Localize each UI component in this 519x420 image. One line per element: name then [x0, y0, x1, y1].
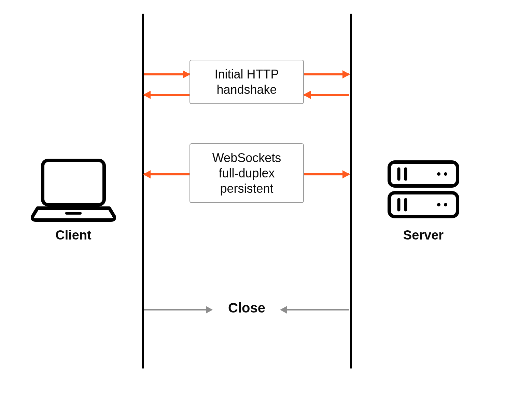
websocket-sequence-diagram: Client Server Initial HTTP handshake Web… [0, 0, 519, 420]
server-icon [386, 157, 461, 222]
svg-rect-0 [43, 160, 104, 205]
handshake-request-arrow-left [144, 73, 190, 75]
svg-point-6 [444, 172, 447, 176]
handshake-response-arrow-right [304, 94, 349, 96]
close-arrow-from-server [281, 309, 349, 310]
server-lifeline [350, 14, 352, 368]
persistent-line1: WebSockets [194, 150, 300, 165]
client-label: Client [22, 228, 125, 243]
persistent-box: WebSockets full-duplex persistent [190, 143, 304, 203]
laptop-icon [31, 157, 116, 222]
close-arrow-from-client [144, 309, 212, 310]
persistent-arrow-left [144, 173, 190, 175]
client-lifeline [142, 14, 144, 368]
close-label: Close [215, 300, 278, 316]
svg-point-11 [444, 203, 447, 206]
handshake-line2: handshake [194, 82, 300, 97]
persistent-arrow-right [304, 173, 349, 175]
handshake-line1: Initial HTTP [194, 67, 300, 82]
svg-point-5 [437, 172, 440, 176]
handshake-response-arrow-left [144, 94, 190, 96]
persistent-line3: persistent [194, 181, 300, 196]
server-label: Server [372, 228, 475, 243]
handshake-request-arrow-right [304, 73, 349, 75]
server-endpoint: Server [372, 157, 475, 243]
client-endpoint: Client [22, 157, 125, 243]
handshake-box: Initial HTTP handshake [190, 60, 304, 104]
svg-point-10 [437, 203, 440, 206]
persistent-line2: full-duplex [194, 165, 300, 181]
